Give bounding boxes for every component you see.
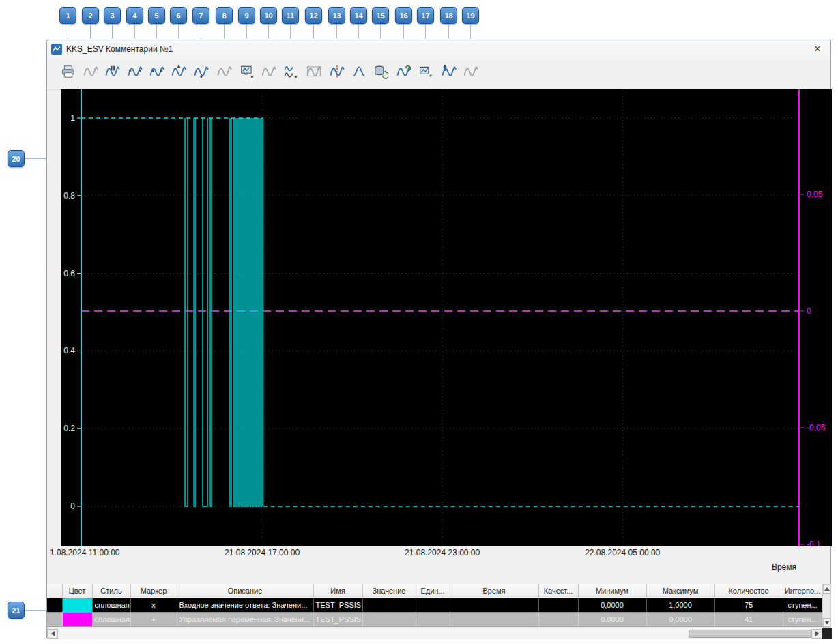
row-selector[interactable] bbox=[47, 613, 62, 627]
toolbar-button-trend-mini bbox=[215, 63, 234, 83]
plot-background bbox=[61, 89, 832, 546]
cell-unit bbox=[416, 598, 450, 613]
toolbar-button-trend-pause[interactable] bbox=[103, 63, 122, 83]
close-button[interactable]: × bbox=[809, 42, 826, 56]
callout-connector bbox=[358, 23, 359, 39]
toolbar-button-curve[interactable] bbox=[349, 63, 369, 83]
x-tick-label: 1.08.2024 11:00:00 bbox=[50, 548, 120, 557]
legend-table: ЦветСтильМаркерОписаниеИмяЗначениеЕдин..… bbox=[47, 584, 822, 628]
column-header-2[interactable]: Стиль bbox=[92, 584, 130, 598]
callout-badge-7: 7 bbox=[192, 7, 210, 24]
callout-badge-3: 3 bbox=[104, 7, 121, 24]
callout-badge-4: 4 bbox=[126, 7, 143, 24]
column-header-3[interactable]: Маркер bbox=[130, 584, 177, 598]
callout-badge-6: 6 bbox=[170, 7, 187, 24]
print-icon bbox=[61, 64, 76, 82]
column-header-9[interactable]: Качест... bbox=[538, 584, 578, 598]
export-image-icon bbox=[418, 64, 433, 82]
column-header-7[interactable]: Един... bbox=[416, 584, 450, 598]
scroll-down-button[interactable] bbox=[823, 618, 830, 627]
triangle-right-icon bbox=[815, 631, 819, 636]
left-axis-label: 0.6 bbox=[63, 269, 75, 278]
screen-layout-icon bbox=[240, 64, 255, 82]
callout-badge-2: 2 bbox=[82, 7, 99, 24]
row-selector[interactable] bbox=[47, 598, 62, 613]
triangle-left-icon bbox=[51, 631, 55, 636]
toolbar-button-scale-down[interactable] bbox=[192, 63, 211, 83]
callout-connector bbox=[178, 23, 179, 39]
callout-badge-8: 8 bbox=[216, 7, 233, 24]
table-vscrollbar[interactable] bbox=[822, 584, 831, 628]
trend-refresh-icon bbox=[396, 64, 411, 82]
column-header-12[interactable]: Количество bbox=[714, 584, 783, 598]
scroll-left-button[interactable] bbox=[47, 629, 58, 639]
column-header-0[interactable] bbox=[47, 584, 62, 598]
toolbar-button-print[interactable] bbox=[59, 63, 78, 83]
callout-badge-13: 13 bbox=[328, 7, 345, 24]
toolbar-button-trend-faded bbox=[259, 63, 278, 83]
window-titlebar[interactable]: KKS_ESV Комментарий №1 × bbox=[47, 40, 830, 59]
toolbar-button-dual-scale[interactable] bbox=[281, 63, 300, 83]
callout-connector bbox=[470, 23, 471, 39]
callout-badge-11: 11 bbox=[282, 7, 299, 24]
cell-value bbox=[362, 613, 416, 627]
right-axis-label: -0.05 bbox=[807, 423, 826, 433]
x-axis-title: Время bbox=[772, 562, 796, 572]
column-header-8[interactable]: Время bbox=[450, 584, 538, 598]
toolbar-button-trend-refresh[interactable] bbox=[394, 63, 414, 83]
scroll-up-button[interactable] bbox=[823, 585, 830, 594]
toolbar-button-trend-marker[interactable] bbox=[328, 63, 347, 83]
trend-plot[interactable]: 10.80.60.40.200.050-0.05-0.1 bbox=[61, 89, 832, 546]
column-header-5[interactable]: Имя bbox=[313, 584, 362, 598]
window-title: KKS_ESV Комментарий №1 bbox=[66, 44, 173, 54]
color-swatch bbox=[62, 613, 92, 627]
triangle-up-icon bbox=[824, 587, 830, 591]
trend-window: KKS_ESV Комментарий №1 × bbox=[46, 40, 831, 638]
legend-row[interactable]: сплошнаяxВходное значение ответа: Значен… bbox=[47, 598, 822, 613]
jump-latest-icon bbox=[442, 64, 457, 82]
column-header-11[interactable]: Максимум bbox=[646, 584, 714, 598]
scroll-right-button[interactable] bbox=[811, 629, 822, 639]
toolbar-button-archive-read[interactable] bbox=[371, 63, 390, 83]
callout-connector bbox=[68, 23, 68, 39]
cell-style: сплошная bbox=[92, 598, 130, 613]
column-header-4[interactable]: Описание bbox=[177, 584, 313, 598]
callout-connector bbox=[224, 23, 225, 39]
trend-chart[interactable]: 10.80.60.40.200.050-0.05-0.1 bbox=[61, 89, 832, 546]
callout-connector bbox=[246, 23, 247, 39]
cell-count: 41 bbox=[714, 613, 783, 627]
scale-up-icon bbox=[171, 64, 186, 82]
callout-connector bbox=[448, 23, 449, 39]
triangle-down-icon bbox=[824, 621, 830, 624]
right-axis-label: 0.05 bbox=[807, 190, 823, 199]
toolbar-button-jump-latest[interactable] bbox=[439, 63, 459, 83]
trend-mini-icon bbox=[217, 64, 232, 82]
hscroll-thumb[interactable] bbox=[689, 630, 811, 638]
x-tick-label: 21.08.2024 23:00:00 bbox=[405, 548, 480, 557]
callout-connector bbox=[112, 23, 113, 39]
column-header-6[interactable]: Значение bbox=[362, 584, 416, 598]
toolbar-button-expand-time[interactable] bbox=[147, 63, 167, 83]
callout-badge-17: 17 bbox=[417, 7, 434, 24]
cell-unit bbox=[416, 613, 450, 627]
column-header-13[interactable]: Интерпо... bbox=[783, 584, 822, 598]
cell-interpolation: ступен... bbox=[783, 613, 822, 627]
right-axis-label: 0 bbox=[807, 306, 811, 316]
cell-marker: + bbox=[130, 613, 177, 627]
legend-row[interactable]: сплошная+Управляемая переменная: Значени… bbox=[47, 613, 822, 627]
toolbar-button-screen-layout[interactable] bbox=[237, 63, 257, 83]
toolbar-button-trend-end bbox=[461, 63, 480, 83]
column-header-1[interactable]: Цвет bbox=[62, 584, 92, 598]
legend-grid: ЦветСтильМаркерОписаниеИмяЗначениеЕдин..… bbox=[47, 584, 823, 627]
scale-down-icon bbox=[194, 64, 209, 82]
horizontal-scrollbar[interactable] bbox=[47, 628, 822, 639]
cell-description: Входное значение ответа: Значени... bbox=[177, 598, 313, 613]
callout-connector bbox=[380, 23, 381, 39]
column-header-10[interactable]: Минимум bbox=[578, 584, 646, 598]
toolbar-button-scale-up[interactable] bbox=[169, 63, 188, 83]
toolbar-button-export-image[interactable] bbox=[416, 63, 435, 83]
callout-connector bbox=[90, 23, 91, 39]
callout-badge-21: 21 bbox=[8, 602, 25, 619]
toolbar-button-compress-time[interactable] bbox=[126, 63, 145, 83]
x-axis: 1.08.2024 11:00:0021.08.2024 17:00:0021.… bbox=[47, 548, 830, 560]
